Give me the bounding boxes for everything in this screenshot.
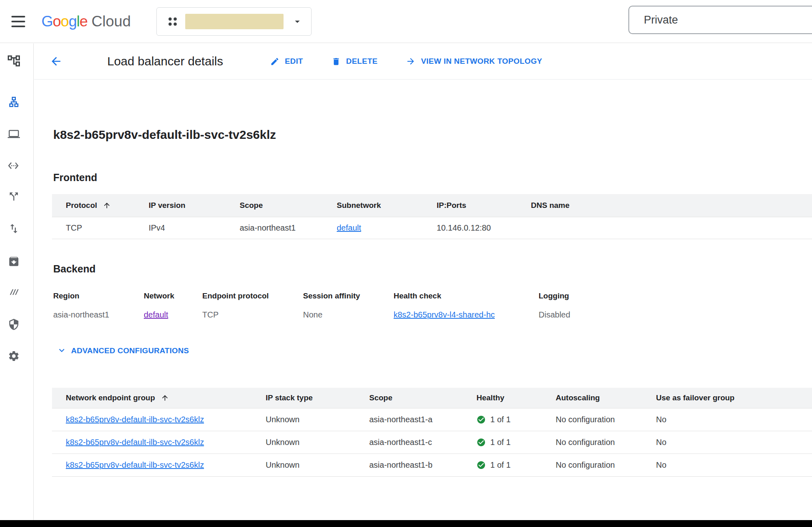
cell-failover: No: [656, 438, 812, 447]
bottom-bar: [0, 520, 812, 527]
cell-protocol: TCP: [52, 223, 149, 233]
sort-ascending-icon: [103, 201, 111, 210]
delete-button-label: DELETE: [346, 57, 377, 66]
private-label: Private: [644, 14, 678, 26]
backend-field-network: Network default: [144, 291, 202, 320]
traffic-director-icon[interactable]: [5, 188, 22, 205]
cell-autoscaling: No configuration: [556, 438, 656, 447]
cell-scope: asia-northeast1-b: [369, 460, 476, 470]
dropdown-caret-icon: [292, 16, 303, 27]
network-endpoint-group-link[interactable]: k8s2-b65prv8v-default-ilb-svc-tv2s6klz: [66, 438, 204, 447]
delete-button[interactable]: DELETE: [330, 54, 379, 69]
frontend-table-header: Protocol IP version Scope Subnetwork IP:…: [52, 194, 812, 217]
cell-ip-stack-type: Unknown: [266, 415, 369, 424]
cell-healthy: 1 of 1: [476, 460, 556, 470]
subnetwork-link[interactable]: default: [337, 223, 361, 232]
neg-table-header: Network endpoint group IP stack type Sco…: [52, 388, 812, 408]
column-header-ip-ports[interactable]: IP:Ports: [437, 201, 531, 210]
cell-healthy: 1 of 1: [476, 438, 556, 447]
table-row: k8s2-b65prv8v-default-ilb-svc-tv2s6klz U…: [52, 431, 812, 454]
cell-ip-version: IPv4: [149, 223, 240, 233]
backend-field-endpoint-protocol: Endpoint protocol TCP: [202, 291, 303, 320]
frontend-heading: Frontend: [53, 171, 812, 184]
edit-button[interactable]: EDIT: [269, 54, 305, 69]
column-header-scope[interactable]: Scope: [369, 393, 476, 402]
security-shield-icon[interactable]: [5, 316, 22, 333]
table-row: k8s2-b65prv8v-default-ilb-svc-tv2s6klz U…: [52, 408, 812, 431]
column-header-dns-name[interactable]: DNS name: [531, 201, 812, 210]
network-endpoint-group-table: Network endpoint group IP stack type Sco…: [52, 388, 812, 477]
view-in-network-topology-label: VIEW IN NETWORK TOPOLOGY: [421, 57, 542, 66]
network-endpoint-icon[interactable]: [5, 157, 22, 174]
hamburger-menu-icon[interactable]: [7, 10, 30, 33]
field-value: Disabled: [539, 310, 808, 320]
column-header-protocol-label: Protocol: [66, 201, 97, 210]
view-in-network-topology-button[interactable]: VIEW IN NETWORK TOPOLOGY: [404, 54, 543, 69]
field-value: TCP: [202, 310, 299, 320]
advanced-configurations-toggle[interactable]: ADVANCED CONFIGURATIONS: [56, 346, 189, 356]
usage-metrics-icon[interactable]: [5, 284, 22, 301]
project-icon: [167, 15, 179, 28]
private-badge[interactable]: Private: [628, 6, 812, 34]
sort-ascending-icon: [161, 394, 169, 402]
field-label: Logging: [539, 291, 808, 301]
field-label: Region: [53, 291, 140, 301]
trash-icon: [331, 57, 341, 66]
topbar: Google Cloud Private: [0, 0, 812, 43]
arrow-forward-icon: [406, 56, 416, 66]
logo-cloud-text: Cloud: [91, 13, 131, 30]
logo-letter: g: [69, 13, 77, 30]
column-header-subnetwork[interactable]: Subnetwork: [337, 201, 437, 210]
field-label: Network: [144, 291, 198, 301]
cell-healthy: 1 of 1: [476, 415, 556, 424]
backend-field-region: Region asia-northeast1: [53, 291, 144, 320]
cell-ip-stack-type: Unknown: [266, 438, 369, 447]
cell-ip-stack-type: Unknown: [266, 460, 369, 470]
column-header-healthy[interactable]: Healthy: [476, 393, 556, 402]
cell-scope: asia-northeast1: [240, 223, 337, 233]
field-value: asia-northeast1: [53, 310, 140, 320]
healthy-count: 1 of 1: [490, 460, 511, 470]
column-header-neg-label: Network endpoint group: [66, 393, 155, 402]
network-endpoint-group-link[interactable]: k8s2-b65prv8v-default-ilb-svc-tv2s6klz: [66, 460, 204, 469]
project-selector[interactable]: [156, 7, 312, 36]
logo-letter: o: [53, 13, 61, 30]
column-header-ip-version[interactable]: IP version: [149, 201, 240, 210]
column-header-scope[interactable]: Scope: [240, 201, 337, 210]
cell-failover: No: [656, 460, 812, 470]
health-check-link[interactable]: k8s2-b65prv8v-l4-shared-hc: [394, 310, 495, 319]
chevron-down-icon: [56, 346, 67, 356]
column-header-failover[interactable]: Use as failover group: [656, 393, 812, 402]
backend-heading: Backend: [53, 263, 812, 275]
load-balancing-icon[interactable]: [5, 93, 22, 110]
google-cloud-logo: Google Cloud: [41, 13, 131, 30]
column-header-protocol[interactable]: Protocol: [52, 201, 149, 210]
cell-scope: asia-northeast1-a: [369, 415, 476, 424]
healthy-check-icon: [476, 438, 486, 447]
network-endpoint-group-link[interactable]: k8s2-b65prv8v-default-ilb-svc-tv2s6klz: [66, 415, 204, 424]
field-label: Health check: [394, 291, 535, 301]
edit-button-label: EDIT: [285, 57, 303, 66]
main-content: k8s2-b65prv8v-default-ilb-svc-tv2s6klz F…: [34, 80, 812, 520]
cell-autoscaling: No configuration: [556, 460, 656, 470]
column-header-network-endpoint-group[interactable]: Network endpoint group: [52, 393, 266, 402]
header-actions: EDIT DELETE VIEW IN NETWORK TOPOLOGY: [269, 54, 544, 69]
network-topology-icon[interactable]: [5, 52, 22, 69]
field-value: None: [303, 310, 390, 320]
import-export-icon[interactable]: [5, 220, 22, 237]
network-link[interactable]: default: [144, 310, 168, 319]
sidebar: [0, 43, 34, 520]
back-arrow-icon[interactable]: [47, 52, 65, 70]
project-name-redacted: [185, 14, 284, 29]
settings-gear-icon[interactable]: [5, 348, 22, 365]
pencil-icon: [270, 57, 279, 66]
cell-failover: No: [656, 415, 812, 424]
backend-services-icon[interactable]: [5, 125, 22, 143]
page-header: Load balancer details EDIT DELETE VIEW I…: [34, 43, 812, 80]
logo-letter: o: [61, 13, 69, 30]
archive-icon[interactable]: [5, 253, 22, 270]
column-header-autoscaling[interactable]: Autoscaling: [556, 393, 656, 402]
advanced-configurations-label: ADVANCED CONFIGURATIONS: [71, 346, 189, 355]
logo-letter: l: [77, 13, 80, 30]
column-header-ip-stack-type[interactable]: IP stack type: [266, 393, 369, 402]
